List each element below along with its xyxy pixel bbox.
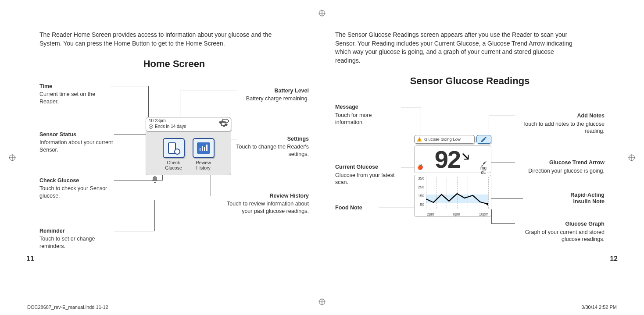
svg-rect-13 [419, 141, 420, 141]
syringe-icon [480, 160, 487, 169]
callout-settings: Settings Touch to change the Reader's se… [230, 135, 309, 158]
leader-line [421, 107, 421, 138]
glucose-graph: 350 250 150 50 [414, 175, 491, 217]
message-button[interactable]: Glucose Going Low [414, 135, 475, 144]
footer-filename: DOC28687_rev-E_manual.indd 11-12 [27, 304, 108, 310]
leader-line [114, 231, 154, 231]
reminder-bell-icon[interactable] [150, 176, 159, 184]
status-bar: 10:23pm Ends in 14 days [146, 117, 231, 132]
sensor-icon [149, 124, 153, 129]
page-number: 11 [26, 255, 34, 263]
settings-icon[interactable] [218, 119, 228, 128]
callout-battery-level: Battery Level Battery charge remaining. [230, 87, 309, 103]
callout-food-note: Food Note [335, 204, 379, 212]
callout-time: Time Current time set on the Reader. [39, 83, 110, 105]
glucose-value: 92 [435, 149, 460, 170]
svg-point-14 [487, 203, 488, 205]
reader-home-screen-mock: 10:23pm Ends in 14 days Check Glucose [146, 117, 231, 175]
intro-paragraph: The Reader Home Screen provides access t… [39, 31, 285, 48]
glucose-line-icon [426, 177, 488, 209]
callout-reminder: Reminder Touch to set or change reminder… [39, 227, 114, 250]
callout-glucose-graph: Glucose Graph Graph of your current and … [517, 220, 605, 243]
leader-line [491, 209, 492, 223]
glucose-reading-panel: 92 mg dL 🍎 [414, 145, 491, 173]
callout-current-glucose: Current Glucose Glucose from your latest… [335, 163, 401, 186]
add-notes-button[interactable] [476, 135, 491, 144]
registration-mark-icon [318, 10, 326, 17]
sensor-readings-diagram: Message Touch for more information. Curr… [335, 96, 605, 266]
leader-line [154, 200, 155, 231]
graph-y-labels: 350 250 150 50 [416, 176, 424, 207]
warning-icon [416, 137, 422, 142]
leader-line [491, 223, 515, 224]
leader-line [401, 107, 421, 107]
footer-datetime: 3/30/14 2:52 PM [581, 304, 617, 310]
trend-arrow-icon [461, 151, 471, 161]
sensor-status-text: Ends in 14 days [155, 124, 186, 129]
leader-line [114, 134, 147, 135]
apple-icon: 🍎 [417, 164, 423, 170]
callout-insulin-note: Rapid-ActingInsulin Note [526, 192, 605, 205]
leader-line [110, 86, 148, 86]
registration-mark-icon [9, 154, 16, 161]
callout-add-notes: Add Notes Touch to add notes to the gluc… [517, 112, 605, 134]
section-title: Home Screen [39, 58, 309, 70]
check-glucose-tile[interactable]: Check Glucose [163, 138, 185, 170]
leader-line [180, 91, 237, 91]
page-11: The Reader Home Screen provides access t… [26, 31, 322, 254]
message-text: Glucose Going Low [424, 137, 461, 142]
leader-line [211, 196, 237, 196]
section-title: Sensor Glucose Readings [335, 75, 605, 87]
trim-line [23, 0, 23, 22]
graph-x-labels: 2pm 6pm 10pm [427, 212, 488, 216]
registration-mark-icon [628, 154, 635, 161]
callout-check-glucose: Check Glucose Touch to check your Sensor… [39, 177, 114, 199]
leader-line [489, 116, 515, 116]
svg-rect-12 [419, 139, 420, 140]
page-number: 12 [610, 255, 618, 263]
home-screen-body: Check Glucose Review History [146, 132, 231, 175]
intro-paragraph: The Sensor Glucose Readings screen appea… [335, 31, 581, 65]
callout-message: Message Touch for more information. [335, 103, 401, 126]
print-footer: DOC28687_rev-E_manual.indd 11-12 3/30/14… [27, 304, 617, 310]
check-glucose-icon [163, 138, 185, 158]
callout-sensor-status: Sensor Status Information about your cur… [39, 131, 114, 153]
pencil-icon [480, 136, 487, 143]
sensor-reading-screen-mock: Glucose Going Low 92 mg dL 🍎 [414, 135, 491, 216]
review-history-icon [193, 138, 215, 158]
clock-text: 10:23pm [149, 118, 166, 123]
page-12: The Sensor Glucose Readings screen appea… [322, 31, 618, 254]
leader-line [180, 91, 180, 119]
review-history-tile[interactable]: Review History [193, 138, 215, 170]
callout-trend-arrow: Glucose Trend Arrow Direction your gluco… [517, 159, 605, 174]
leader-line [148, 86, 149, 119]
home-screen-diagram: Time Current time set on the Reader. Sen… [39, 78, 309, 249]
